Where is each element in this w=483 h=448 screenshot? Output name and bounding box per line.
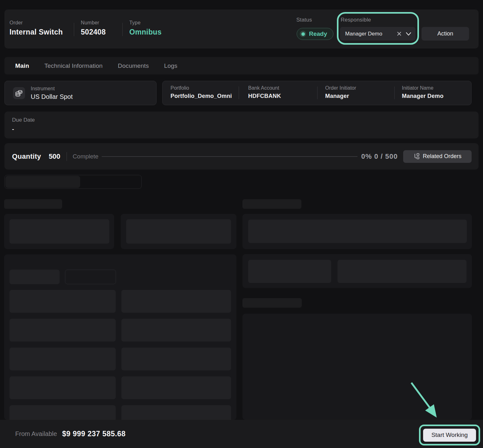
due-date-label: Due Date [12, 117, 479, 123]
skeleton-block [338, 260, 467, 283]
bank-account-field: Bank Account HDFCBANK [248, 85, 281, 99]
skeleton-block [10, 348, 116, 370]
order-label: Order [10, 20, 63, 26]
progress-bar [102, 156, 357, 157]
skeleton-segment-selected [5, 176, 80, 188]
responsible-value: Manager Demo [345, 31, 394, 37]
skeleton-block [121, 348, 231, 370]
start-working-button[interactable]: Start Working [423, 429, 476, 442]
skeleton-block [126, 219, 231, 244]
close-icon[interactable] [397, 31, 402, 36]
annotation-ring-start-working: Start Working [419, 425, 480, 445]
skeleton-block [10, 290, 116, 313]
number-value: 502408 [81, 28, 106, 36]
order-info-card: Portfolio Portfolio_Demo_Omni Bank Accou… [162, 81, 472, 105]
instrument-value: US Dollar Spot [31, 93, 73, 100]
initiator-name-value: Manager Demo [402, 93, 443, 99]
portfolio-field: Portfolio Portfolio_Demo_Omni [171, 85, 232, 99]
skeleton-label [242, 199, 301, 209]
portfolio-value: Portfolio_Demo_Omni [171, 93, 232, 99]
action-button-label: Action [437, 30, 453, 37]
available-amount: $9 999 237 585.68 [62, 430, 126, 438]
action-button[interactable]: Action [422, 27, 469, 41]
order-initiator-value: Manager [325, 93, 356, 99]
skeleton-block [121, 319, 231, 342]
skeleton-block [10, 405, 116, 420]
skeleton-block [10, 376, 116, 399]
skeleton-block [248, 220, 467, 243]
footer-bar: From Available $9 999 237 585.68 [0, 420, 483, 448]
portfolio-label: Portfolio [171, 85, 232, 91]
status-label: Status [296, 17, 312, 23]
status-badge: Ready [297, 28, 333, 40]
instrument-label: Instrument [31, 86, 73, 92]
order-field: Order Internal Switch [10, 20, 63, 36]
info-divider [394, 86, 395, 99]
quantity-value: 500 [49, 152, 61, 161]
info-divider [239, 86, 239, 99]
skeleton-block [10, 319, 116, 342]
skeleton-block [121, 290, 231, 313]
skeleton-block [10, 270, 60, 284]
skeleton-block [10, 219, 109, 244]
initiator-name-field: Initiator Name Manager Demo [402, 85, 443, 99]
tab-logs[interactable]: Logs [164, 62, 177, 69]
from-available-label: From Available [15, 430, 57, 438]
related-orders-button[interactable]: Related Orders [403, 150, 472, 163]
skeleton-outline-block [65, 270, 116, 284]
skeleton-block [121, 405, 231, 420]
order-value: Internal Switch [10, 28, 63, 36]
initiator-name-label: Initiator Name [402, 85, 443, 91]
skeleton-label [242, 298, 302, 308]
coins-icon [13, 87, 25, 99]
type-label: Type [129, 20, 162, 26]
due-date-card: Due Date - [4, 112, 479, 138]
quantity-divider [67, 152, 67, 161]
complete-label: Complete [73, 153, 98, 160]
quantity-label: Quantity [12, 152, 41, 161]
responsible-select[interactable]: Manager Demo [340, 27, 415, 41]
due-date-value: - [12, 126, 479, 133]
instrument-card: Instrument US Dollar Spot [4, 81, 157, 105]
status-dot-icon [300, 31, 306, 37]
tab-documents[interactable]: Documents [118, 62, 149, 69]
header-divider [74, 23, 74, 36]
number-field: Number 502408 [81, 20, 106, 36]
related-orders-label: Related Orders [423, 153, 461, 160]
header-divider [122, 23, 123, 36]
order-initiator-field: Order Initiator Manager [325, 85, 356, 99]
branch-icon [413, 153, 420, 160]
start-working-label: Start Working [431, 432, 468, 438]
skeleton-label [4, 199, 62, 209]
status-value: Ready [309, 30, 327, 37]
chevron-down-icon[interactable] [406, 32, 411, 36]
tabs-bar: Main Technical Information Documents Log… [4, 57, 479, 74]
tab-main[interactable]: Main [15, 62, 29, 69]
number-label: Number [81, 20, 106, 26]
type-value: Omnibus [129, 28, 162, 36]
bank-account-label: Bank Account [248, 85, 281, 91]
progress-text: 0% 0 / 500 [361, 152, 398, 161]
tab-technical-information[interactable]: Technical Information [44, 62, 103, 69]
arrow-icon [407, 380, 442, 421]
info-divider [317, 86, 318, 99]
quantity-card: Quantity 500 Complete 0% 0 / 500 Related… [4, 143, 479, 170]
order-initiator-label: Order Initiator [325, 85, 356, 91]
skeleton-block [248, 260, 331, 283]
responsible-label: Responsible [341, 17, 371, 23]
skeleton-block [121, 376, 231, 399]
type-field: Type Omnibus [129, 20, 162, 36]
bank-account-value: HDFCBANK [248, 93, 281, 99]
